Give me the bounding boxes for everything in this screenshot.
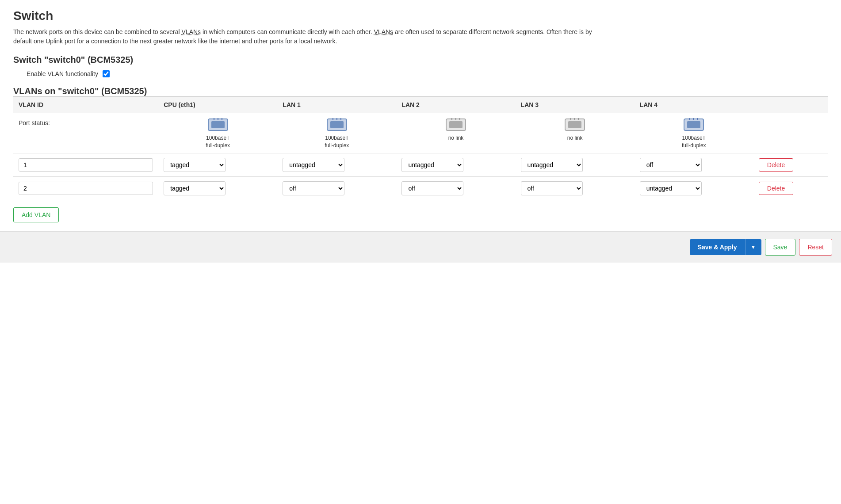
vlan1-lan1-select[interactable]: off untagged tagged (283, 158, 344, 172)
vlan2-id-input[interactable] (19, 182, 153, 195)
lan4-port-icon: 100baseT full-duplex (640, 117, 748, 149)
svg-rect-21 (687, 121, 700, 128)
lan4-port-cell: 100baseT full-duplex (635, 113, 753, 153)
table-header-row: VLAN ID CPU (eth1) LAN 1 LAN 2 LAN 3 LAN… (13, 97, 828, 113)
table-row: off untagged tagged off untagged tagged (13, 176, 828, 200)
lan4-eth-svg (684, 117, 704, 132)
lan3-status-line1: no link (567, 134, 583, 142)
lan1-status-line1: 100baseT (325, 134, 348, 142)
vlan2-lan1-cell: off untagged tagged (277, 176, 396, 200)
lan2-port-icon: no link (401, 117, 510, 142)
lan3-port-icon: no link (521, 117, 629, 142)
switch-section: Switch "switch0" (BCM5325) Enable VLAN f… (13, 55, 828, 77)
cpu-port-icon: 100baseT full-duplex (164, 117, 272, 149)
lan1-port-icon: 100baseT full-duplex (283, 117, 391, 149)
vlan1-lan2-select[interactable]: off untagged tagged (401, 158, 463, 172)
port-status-label: Port status: (13, 113, 158, 153)
table-row: off untagged tagged off untagged tagged (13, 153, 828, 176)
chevron-down-icon: ▼ (751, 244, 756, 250)
vlan-link-2[interactable]: VLANs (374, 28, 394, 35)
lan2-status-line1: no link (448, 134, 464, 142)
header-lan2: LAN 2 (396, 97, 515, 113)
enable-vlan-label: Enable VLAN functionality (27, 70, 98, 77)
footer-bar: Save & Apply ▼ Save Reset (0, 231, 841, 263)
vlan1-delete-button[interactable]: Delete (759, 158, 793, 172)
vlan1-lan3-select[interactable]: off untagged tagged (521, 158, 583, 172)
save-apply-group: Save & Apply ▼ (690, 239, 761, 255)
vlan2-delete-button[interactable]: Delete (759, 182, 793, 195)
vlan-link-1[interactable]: VLANs (182, 28, 201, 35)
lan3-eth-svg (565, 117, 585, 132)
lan4-port-img (683, 117, 704, 133)
header-action (753, 97, 828, 113)
vlan2-lan1-select[interactable]: off untagged tagged (283, 181, 344, 195)
svg-rect-16 (568, 121, 581, 128)
page-title: Switch (13, 9, 828, 23)
save-apply-button[interactable]: Save & Apply (690, 239, 745, 255)
vlan1-cpu-select[interactable]: off untagged tagged (164, 158, 226, 172)
vlan2-cpu-cell: off untagged tagged (158, 176, 277, 200)
vlans-section: VLANs on "switch0" (BCM5325) VLAN ID CPU… (13, 86, 828, 231)
header-vlan-id: VLAN ID (13, 97, 158, 113)
vlan1-action-cell: Delete (753, 153, 828, 176)
cpu-status-line2: full-duplex (206, 142, 230, 149)
vlan2-lan4-cell: off untagged tagged (635, 176, 753, 200)
vlan1-id-input[interactable] (19, 158, 153, 172)
port-status-row: Port status: (13, 113, 828, 153)
lan3-port-cell: no link (516, 113, 635, 153)
header-lan3: LAN 3 (516, 97, 635, 113)
vlan1-id-cell (13, 153, 158, 176)
vlan-table-wrapper: VLAN ID CPU (eth1) LAN 1 LAN 2 LAN 3 LAN… (13, 96, 828, 200)
vlan1-lan2-cell: off untagged tagged (396, 153, 515, 176)
enable-vlan-checkbox[interactable] (103, 70, 110, 77)
cpu-eth-svg (208, 117, 228, 132)
lan2-port-img (445, 117, 466, 133)
svg-rect-6 (330, 121, 344, 128)
header-lan1: LAN 1 (277, 97, 396, 113)
vlan2-action-cell: Delete (753, 176, 828, 200)
port-status-action-empty (753, 113, 828, 153)
vlan2-lan2-select[interactable]: off untagged tagged (401, 181, 463, 195)
lan1-status-line2: full-duplex (325, 142, 349, 149)
reset-button[interactable]: Reset (799, 239, 832, 256)
vlan1-lan4-select[interactable]: off untagged tagged (640, 158, 702, 172)
vlan1-lan4-cell: off untagged tagged (635, 153, 753, 176)
vlan1-lan1-cell: off untagged tagged (277, 153, 396, 176)
vlan2-id-cell (13, 176, 158, 200)
cpu-port-cell: 100baseT full-duplex (158, 113, 277, 153)
cpu-status-line1: 100baseT (206, 134, 229, 142)
lan4-status-line2: full-duplex (682, 142, 706, 149)
vlan2-lan3-cell: off untagged tagged (516, 176, 635, 200)
vlan2-lan3-select[interactable]: off untagged tagged (521, 181, 583, 195)
vlan2-lan2-cell: off untagged tagged (396, 176, 515, 200)
vlan1-cpu-cell: off untagged tagged (158, 153, 277, 176)
vlan1-lan3-cell: off untagged tagged (516, 153, 635, 176)
svg-rect-11 (449, 121, 463, 128)
vlan2-cpu-select[interactable]: off untagged tagged (164, 181, 226, 195)
cpu-port-img (207, 117, 229, 133)
save-button[interactable]: Save (765, 239, 796, 256)
vlan-table: VLAN ID CPU (eth1) LAN 1 LAN 2 LAN 3 LAN… (13, 97, 828, 200)
lan2-port-cell: no link (396, 113, 515, 153)
lan4-status-line1: 100baseT (682, 134, 706, 142)
page-description: The network ports on this device can be … (13, 27, 610, 46)
enable-vlan-row: Enable VLAN functionality (27, 70, 828, 77)
add-vlan-button[interactable]: Add VLAN (13, 207, 59, 222)
header-lan4: LAN 4 (635, 97, 753, 113)
svg-rect-1 (211, 121, 225, 128)
switch-title: Switch "switch0" (BCM5325) (13, 55, 828, 65)
save-apply-dropdown-button[interactable]: ▼ (745, 239, 761, 255)
lan3-port-img (564, 117, 585, 133)
header-cpu: CPU (eth1) (158, 97, 277, 113)
vlans-title: VLANs on "switch0" (BCM5325) (13, 86, 828, 96)
lan1-port-img (326, 117, 348, 133)
vlan2-lan4-select[interactable]: off untagged tagged (640, 181, 702, 195)
lan1-port-cell: 100baseT full-duplex (277, 113, 396, 153)
lan1-eth-svg (327, 117, 347, 132)
lan2-eth-svg (446, 117, 466, 132)
